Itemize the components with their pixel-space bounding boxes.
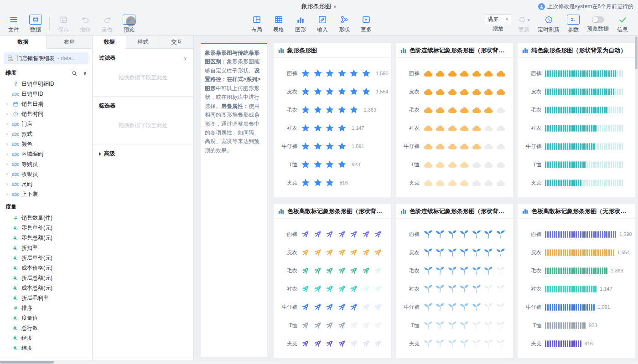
dash-icon — [580, 249, 581, 256]
expand-chevron-icon[interactable]: › — [5, 161, 10, 167]
horizontal-scrollbar[interactable] — [0, 360, 638, 364]
dash-icon — [619, 125, 621, 132]
chart-description-panel[interactable]: 象形条形图与传统条形图区别：象形条形图能够自定义柱子形状。设置路径：在样式>系列… — [201, 43, 267, 357]
measure-item[interactable]: #.经度 — [0, 333, 92, 343]
search-icon[interactable] — [71, 70, 78, 77]
dash-icon — [584, 107, 586, 113]
measure-item[interactable]: #.成本总额(元) — [0, 283, 92, 293]
measure-item[interactable]: #.折后单价(元) — [0, 253, 92, 263]
measure-item[interactable]: #.折后毛利率 — [0, 293, 92, 303]
chart-row: 衬衣1,147 — [521, 280, 633, 298]
dimension-item[interactable]: ›abc款式 — [0, 129, 92, 139]
dash-icon — [586, 267, 588, 274]
dash-icon — [569, 322, 571, 329]
expand-chevron-icon[interactable]: › — [5, 111, 10, 117]
dataset-selector[interactable]: 门店销售明细表 - data... — [4, 52, 88, 64]
dash-icon — [597, 231, 599, 238]
chart-card[interactable]: 色阶连续标记象形条形图（形状背景为自动）西裤皮衣毛衣衬衣牛仔裤T恤夹克 — [396, 43, 514, 197]
tab-data[interactable]: 数据 — [0, 36, 46, 49]
dash-icon — [547, 70, 549, 77]
zoom-dropdown[interactable]: 满屏∨ 缩放 — [483, 14, 513, 32]
measure-item[interactable]: #.零售总额(元) — [0, 233, 92, 243]
dimension-item[interactable]: abc日销单ID — [0, 89, 92, 99]
measure-item[interactable]: #排序 — [0, 303, 92, 313]
chart-card[interactable]: 色板离散标记象形条形图（无形状背景）西裤1,590皮衣1,554毛衣1,369衬… — [518, 204, 635, 358]
screening-dropzone[interactable]: 拖拽数据字段至此处 — [99, 110, 187, 139]
chart-card[interactable]: 象形条形图西裤1,590皮衣1,554毛衣1,369衬衣1,147牛仔裤1,09… — [274, 43, 391, 197]
table-button[interactable]: 表格 — [268, 14, 290, 33]
measure-item[interactable]: #销售数量(件) — [0, 213, 92, 223]
measure-item[interactable]: #.折扣率 — [0, 243, 92, 253]
horizontal-scrollbar-thumb[interactable] — [0, 361, 54, 364]
dash-icon — [545, 143, 546, 150]
measure-item[interactable]: #.度量值 — [0, 313, 92, 323]
chart-card[interactable]: 色阶连续标记象形条形图（形状背景为自动）西裤皮衣毛衣衬衣牛仔裤T恤夹克 — [396, 204, 514, 358]
chart-card[interactable]: 纯色象形条形图（形状背景为自动）西裤皮衣毛衣衬衣牛仔裤T恤夹克 — [518, 43, 635, 197]
redo-button[interactable]: 重做 — [96, 14, 118, 33]
tab-layout[interactable]: 布局 — [46, 36, 93, 49]
expand-chevron-icon[interactable]: › — [5, 151, 10, 157]
expand-chevron-icon[interactable]: › — [5, 101, 10, 107]
seedling-icon — [435, 320, 447, 330]
vertical-scrollbar-thumb[interactable] — [635, 36, 638, 69]
measure-item[interactable]: #.成本价格(元) — [0, 263, 92, 273]
expand-chevron-icon[interactable]: › — [5, 121, 10, 127]
dimension-item[interactable]: ›abc门店 — [0, 119, 92, 129]
dash-icon — [563, 143, 564, 150]
dimension-item[interactable]: ›abc上下装 — [0, 189, 92, 199]
undo-button[interactable]: 撤销 — [74, 14, 96, 33]
value-label: 816 — [340, 180, 348, 185]
shape-button[interactable]: 形状 — [333, 14, 355, 33]
timed-refresh-button[interactable]: 定时刷新 — [535, 14, 562, 33]
rocket-icon — [373, 248, 386, 257]
measure-item[interactable]: #.零售单价(元) — [0, 223, 92, 233]
expand-chevron-icon[interactable]: › — [5, 191, 10, 197]
file-button[interactable]: 文件 — [3, 14, 25, 33]
value-label: 1,369 — [611, 268, 623, 273]
chevron-down-icon[interactable]: ∨ — [83, 71, 87, 76]
preview-data-toggle[interactable] — [592, 16, 604, 23]
expand-chevron-icon[interactable]: › — [5, 181, 10, 187]
measure-item[interactable]: #.纬度 — [0, 343, 92, 353]
dash-icon — [582, 249, 584, 256]
dimension-item[interactable]: ›销售时间 — [0, 109, 92, 119]
cloud-icon — [483, 124, 496, 132]
params-button[interactable]: 参数 — [562, 14, 584, 33]
cloud-icon — [459, 124, 472, 132]
chart-button[interactable]: 图形 — [290, 14, 311, 33]
tab-config-data[interactable]: 数据 — [93, 36, 126, 49]
dimension-item[interactable]: ›abc尺码 — [0, 179, 92, 189]
data-button[interactable]: 数据 — [25, 14, 47, 33]
measure-item[interactable]: #.总行数 — [0, 323, 92, 333]
category-label: 夹克 — [277, 179, 297, 186]
dashboard-title-dropdown[interactable]: 象形条形图 ∨ — [301, 2, 337, 10]
info-button[interactable]: 信息 — [612, 14, 633, 33]
dimension-item[interactable]: ›销售日期 — [0, 99, 92, 109]
vertical-scrollbar[interactable] — [635, 36, 638, 360]
dimension-item[interactable]: ›abc导购员 — [0, 159, 92, 169]
dimension-item[interactable]: ›abc颜色 — [0, 139, 92, 149]
dash-icon — [613, 70, 614, 77]
input-button[interactable]: 输入 — [311, 14, 333, 33]
advanced-section-toggle[interactable]: 高级 — [93, 144, 193, 163]
measure-item[interactable]: #.折后总额(元) — [0, 273, 92, 283]
dash-icon — [545, 161, 546, 168]
save-button[interactable]: 保存 — [52, 14, 74, 33]
chevron-down-icon[interactable]: ∨ — [184, 56, 187, 61]
preview-button[interactable]: 预览 — [118, 14, 140, 33]
more-button[interactable]: 更多 — [355, 14, 377, 33]
expand-chevron-icon[interactable]: › — [5, 131, 10, 137]
tab-config-interaction[interactable]: 交互 — [160, 36, 193, 49]
value-label: 1,091 — [597, 304, 610, 310]
dash-icon — [580, 304, 581, 311]
expand-chevron-icon[interactable]: › — [5, 141, 10, 147]
dimension-item[interactable]: 日销单明细ID — [0, 79, 92, 89]
filter-dropzone[interactable]: 拖拽数据字段至此处 — [99, 62, 187, 92]
dimension-item[interactable]: ›abc收银员 — [0, 169, 92, 179]
chart-card[interactable]: 色板离散标记象形条形图（形状背景为自动）西裤皮衣毛衣衬衣牛仔裤T恤夹克 — [274, 204, 391, 358]
dimension-item[interactable]: ›abc区域编码 — [0, 149, 92, 159]
update-button[interactable]: ∨ 更新 — [513, 14, 535, 33]
expand-chevron-icon[interactable]: › — [5, 171, 10, 177]
tab-config-style[interactable]: 样式 — [126, 36, 160, 49]
layout-button[interactable]: 布局 — [246, 14, 268, 33]
